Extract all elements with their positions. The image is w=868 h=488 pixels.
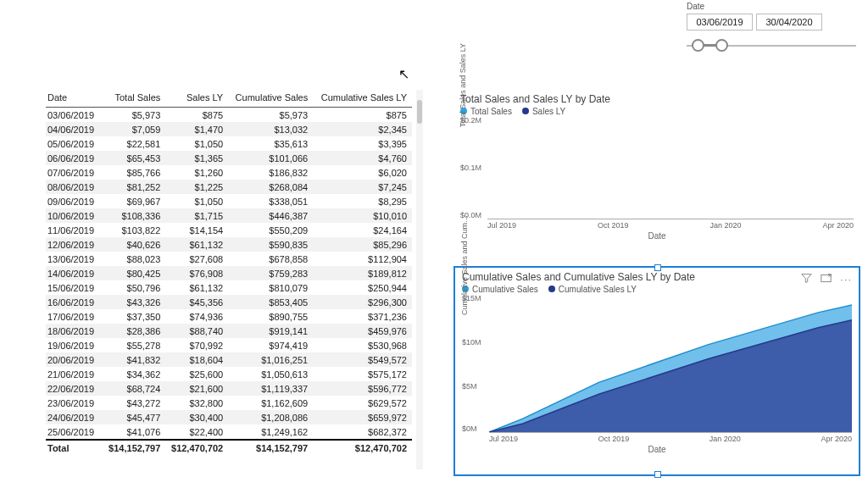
table-row[interactable]: 09/06/2019$69,967$1,050$338,051$8,295 — [46, 194, 412, 208]
table-cell: $2,345 — [313, 122, 412, 136]
slicer-handle-start[interactable] — [692, 39, 704, 52]
table-row[interactable]: 22/06/2019$68,724$21,600$1,119,337$596,7… — [46, 381, 412, 396]
table-cell: $70,992 — [165, 338, 228, 352]
col-sales-ly[interactable]: Sales LY — [165, 90, 228, 108]
table-cell: $61,132 — [165, 280, 228, 295]
table-row[interactable]: 19/06/2019$55,278$70,992$974,419$530,968 — [46, 338, 412, 352]
slicer-track[interactable] — [687, 37, 856, 54]
table-row[interactable]: 14/06/2019$80,425$76,908$759,283$189,812 — [46, 266, 412, 280]
col-date[interactable]: Date — [46, 90, 103, 108]
table-cell: $40,626 — [103, 237, 165, 252]
chart-b-areas — [489, 297, 852, 432]
table-row[interactable]: 04/06/2019$7,059$1,470$13,032$2,345 — [46, 122, 412, 136]
xtick: Oct 2019 — [598, 221, 629, 230]
table-row[interactable]: 17/06/2019$37,350$74,936$890,755$371,236 — [46, 309, 412, 324]
table-row[interactable]: 16/06/2019$43,326$45,356$853,405$296,300 — [46, 295, 412, 309]
col-cumulative-sales-ly[interactable]: Cumulative Sales LY — [313, 90, 412, 108]
table-cell: $88,023 — [103, 252, 165, 266]
table-cell: $80,425 — [103, 266, 165, 280]
table-cell: 10/06/2019 — [46, 208, 103, 223]
table-cell: $5,973 — [228, 108, 313, 123]
table-cell: 08/06/2019 — [46, 180, 103, 194]
table-cell: $678,858 — [228, 252, 313, 266]
chart-total-sales-by-date[interactable]: Total Sales and Sales LY by Date Total S… — [453, 90, 860, 252]
table-row[interactable]: 23/06/2019$43,272$32,800$1,162,609$629,5… — [46, 396, 412, 410]
slicer-start-input[interactable]: 03/06/2019 — [687, 14, 753, 30]
scrollbar-thumb[interactable] — [417, 100, 422, 124]
filter-icon[interactable] — [801, 273, 812, 286]
table-row[interactable]: 07/06/2019$85,766$1,260$186,832$6,020 — [46, 165, 412, 180]
table-cell: 06/06/2019 — [46, 151, 103, 165]
table-cell: 17/06/2019 — [46, 309, 103, 324]
table-cell: $3,395 — [313, 136, 412, 151]
table-cell: 13/06/2019 — [46, 252, 103, 266]
more-options-icon[interactable]: ··· — [840, 273, 852, 286]
table-cell: $446,387 — [228, 208, 313, 223]
table-row[interactable]: 18/06/2019$28,386$88,740$919,141$459,976 — [46, 324, 412, 338]
table-cell: 11/06/2019 — [46, 223, 103, 237]
table-cell: $1,225 — [165, 180, 228, 194]
legend-dot-sales-ly — [522, 108, 529, 114]
table-cell: $76,908 — [165, 266, 228, 280]
table-cell: $43,272 — [103, 396, 165, 410]
table-cell: 15/06/2019 — [46, 280, 103, 295]
table-cell: $974,419 — [228, 338, 313, 352]
table-cell: $35,613 — [228, 136, 313, 151]
table-cell: $7,059 — [103, 122, 165, 136]
slicer-end-input[interactable]: 30/04/2020 — [756, 14, 822, 30]
table-cell: $1,365 — [165, 151, 228, 165]
table-row[interactable]: 20/06/2019$41,832$18,604$1,016,251$549,5… — [46, 352, 412, 367]
table-cell: $1,162,609 — [228, 396, 313, 410]
sales-table-visual[interactable]: Date Total Sales Sales LY Cumulative Sal… — [46, 90, 423, 469]
chart-cumulative-sales-by-date[interactable]: ··· Cumulative Sales and Cumulative Sale… — [453, 266, 860, 476]
chart-a-plot: Total Sales and Sales LY $0.2M $0.1M $0.… — [487, 119, 854, 219]
table-row[interactable]: 21/06/2019$34,362$25,600$1,050,613$575,1… — [46, 367, 412, 381]
table-cell: 09/06/2019 — [46, 194, 103, 208]
table-cell: $919,141 — [228, 324, 313, 338]
table-cell: $61,132 — [165, 237, 228, 252]
table-cell: 12/06/2019 — [46, 237, 103, 252]
table-cell: 03/06/2019 — [46, 108, 103, 123]
table-row[interactable]: 13/06/2019$88,023$27,608$678,858$112,904 — [46, 252, 412, 266]
col-cumulative-sales[interactable]: Cumulative Sales — [228, 90, 313, 108]
table-row[interactable]: 03/06/2019$5,973$875$5,973$875 — [46, 108, 412, 123]
table-row[interactable]: 05/06/2019$22,581$1,050$35,613$3,395 — [46, 136, 412, 151]
table-cell: $1,260 — [165, 165, 228, 180]
chart-a-title: Total Sales and Sales LY by Date — [460, 93, 860, 105]
table-cell: $68,724 — [103, 381, 165, 396]
date-slicer[interactable]: Date 03/06/2019 30/04/2020 — [687, 2, 856, 54]
table-cell: $1,016,251 — [228, 352, 313, 367]
table-cell: $22,581 — [103, 136, 165, 151]
table-cell: 16/06/2019 — [46, 295, 103, 309]
table-row[interactable]: 25/06/2019$41,076$22,400$1,249,162$682,3… — [46, 424, 412, 440]
table-cell: $875 — [165, 108, 228, 123]
slicer-handle-end[interactable] — [715, 39, 728, 52]
table-cell: $85,296 — [313, 237, 412, 252]
table-cell: $88,740 — [165, 324, 228, 338]
table-cell: 24/06/2019 — [46, 410, 103, 424]
ytick: $0M — [462, 424, 477, 433]
total-sales-ly: $12,470,702 — [165, 440, 228, 456]
table-cell: $74,936 — [165, 309, 228, 324]
chart-b-xlabel: Date — [455, 445, 859, 454]
table-cell: $45,477 — [103, 410, 165, 424]
table-cell: 05/06/2019 — [46, 136, 103, 151]
ytick: $10M — [462, 338, 481, 347]
table-row[interactable]: 24/06/2019$45,477$30,400$1,208,086$659,9… — [46, 410, 412, 424]
table-cell: $37,350 — [103, 309, 165, 324]
ytick: $0.2M — [460, 116, 481, 125]
chart-a-xlabel: Date — [453, 231, 860, 241]
focus-mode-icon[interactable] — [821, 273, 832, 286]
table-row[interactable]: 10/06/2019$108,336$1,715$446,387$10,010 — [46, 208, 412, 223]
col-total-sales[interactable]: Total Sales — [103, 90, 165, 108]
table-row[interactable]: 06/06/2019$65,453$1,365$101,066$4,760 — [46, 151, 412, 165]
scrollbar[interactable] — [416, 90, 423, 469]
chart-b-legend: Cumulative Sales Cumulative Sales LY — [462, 285, 859, 294]
table-row[interactable]: 08/06/2019$81,252$1,225$268,084$7,245 — [46, 180, 412, 194]
table-cell: $32,800 — [165, 396, 228, 410]
table-cell: $890,755 — [228, 309, 313, 324]
table-row[interactable]: 12/06/2019$40,626$61,132$590,835$85,296 — [46, 237, 412, 252]
table-row[interactable]: 11/06/2019$103,822$14,154$550,209$24,164 — [46, 223, 412, 237]
table-row[interactable]: 15/06/2019$50,796$61,132$810,079$250,944 — [46, 280, 412, 295]
table-cell: $7,245 — [313, 180, 412, 194]
